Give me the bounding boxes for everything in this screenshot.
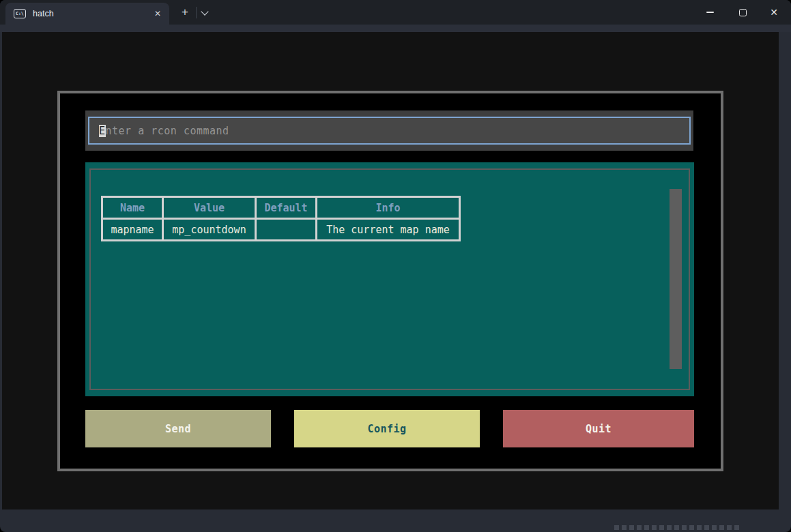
col-header-default: Default: [256, 197, 317, 219]
quit-button[interactable]: Quit: [503, 410, 694, 447]
rcon-app-screen: Enter a rcon command Name Value Default …: [57, 91, 723, 471]
command-input[interactable]: Enter a rcon command: [88, 117, 691, 145]
col-header-name: Name: [102, 197, 163, 219]
col-header-info: Info: [317, 197, 460, 219]
panel-scrollbar-thumb[interactable]: [670, 189, 682, 369]
command-input-container: Enter a rcon command: [85, 110, 693, 151]
close-icon: ✕: [770, 7, 778, 18]
col-header-value: Value: [163, 197, 256, 219]
table-row[interactable]: mapname mp_countdown The current map nam…: [102, 219, 460, 241]
chevron-down-icon[interactable]: [201, 8, 208, 15]
command-input-placeholder: nter a rcon command: [106, 125, 229, 137]
cvar-panel: Name Value Default Info mapname mp_count…: [85, 162, 694, 396]
titlebar: C:\ hatch ✕ + ✕: [0, 0, 791, 25]
text-cursor: E: [99, 125, 106, 137]
maximize-icon: [739, 9, 747, 16]
minimize-icon: [706, 12, 714, 13]
cutoff-watermark: [614, 525, 741, 530]
send-button[interactable]: Send: [85, 410, 271, 447]
cvar-table-header-row: Name Value Default Info: [102, 197, 460, 219]
cmd-prompt-icon: C:\: [14, 9, 26, 18]
config-button[interactable]: Config: [294, 410, 480, 447]
tabbar-band: [0, 25, 791, 32]
cell-info: The current map name: [317, 219, 460, 241]
new-tab-button[interactable]: +: [177, 5, 192, 20]
tabbar-separator: [196, 7, 197, 18]
terminal-viewport: Enter a rcon command Name Value Default …: [2, 32, 779, 509]
minimize-button[interactable]: [695, 0, 725, 25]
maximize-button[interactable]: [728, 0, 758, 25]
tab-title: hatch: [33, 9, 54, 18]
tab-close-icon[interactable]: ✕: [154, 9, 161, 18]
cvar-table[interactable]: Name Value Default Info mapname mp_count…: [101, 196, 461, 241]
close-button[interactable]: ✕: [759, 0, 789, 25]
cell-name: mapname: [102, 219, 163, 241]
tab-hatch[interactable]: C:\ hatch ✕: [5, 3, 169, 25]
cell-value: mp_countdown: [163, 219, 256, 241]
terminal-window: C:\ hatch ✕ + ✕ Enter a rcon command: [0, 0, 791, 532]
cell-default: [256, 219, 317, 241]
